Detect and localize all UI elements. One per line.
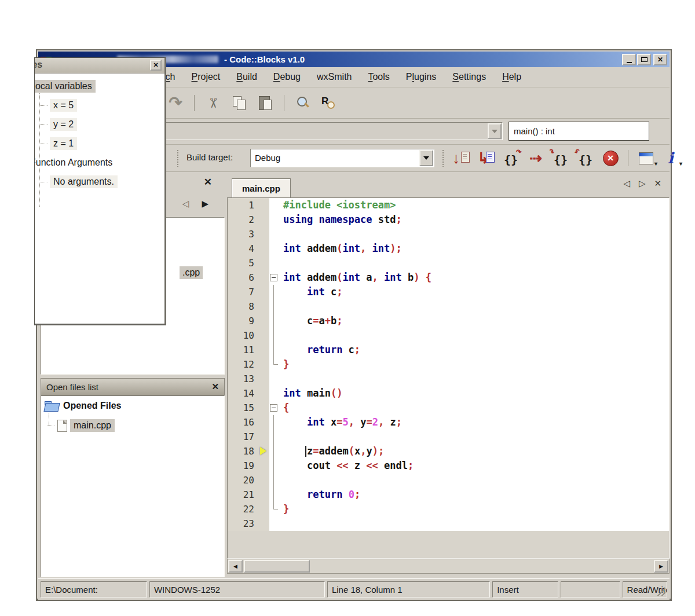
line-number[interactable]: 10	[228, 328, 259, 343]
close-button[interactable]: ✕	[653, 54, 667, 65]
menu-project[interactable]: Project	[191, 72, 220, 82]
open-file-item[interactable]: main.cpp	[47, 419, 115, 432]
code-text: z=addem(x,y);	[279, 444, 669, 459]
watch-item[interactable]: x = 5	[35, 96, 164, 115]
line-number[interactable]: 7	[228, 285, 259, 299]
line-number[interactable]: 6	[228, 270, 259, 285]
fold-margin	[269, 386, 279, 401]
tab-main-cpp[interactable]: main.cpp	[232, 178, 291, 197]
line-number[interactable]: 15	[228, 401, 259, 415]
fold-toggle-icon[interactable]	[269, 270, 279, 285]
find-icon[interactable]	[294, 94, 312, 112]
scroll-right-icon[interactable]: ►	[654, 560, 668, 573]
line-number[interactable]: 1	[228, 198, 259, 212]
replace-icon[interactable]: R	[320, 94, 338, 112]
management-close-icon[interactable]: ✕	[204, 176, 212, 188]
maximize-button[interactable]	[637, 54, 651, 65]
tabs-scroll-right-icon[interactable]: ▷	[639, 178, 646, 189]
line-number[interactable]: 2	[228, 212, 259, 227]
line-number[interactable]: 9	[228, 314, 259, 328]
watch-item[interactable]: y = 2	[35, 115, 164, 134]
watches-title-bar[interactable]: Watches ✕	[35, 58, 164, 74]
scroll-left-icon[interactable]: ◄	[228, 560, 243, 573]
open-files-caption[interactable]: Open files list ✕	[41, 378, 225, 395]
watch-item[interactable]: Function Arguments	[34, 153, 164, 172]
line-number[interactable]: 23	[228, 516, 259, 531]
line-number[interactable]: 14	[228, 386, 259, 401]
open-files-tree[interactable]: Opened Files main.cpp	[41, 395, 225, 577]
copy-icon[interactable]	[230, 94, 248, 112]
watch-item[interactable]: z = 1	[35, 134, 164, 153]
cut-icon[interactable]: ✂	[204, 94, 222, 112]
code-line: 5	[228, 256, 669, 270]
fold-margin	[269, 256, 279, 270]
redo-icon[interactable]: ↷	[166, 94, 185, 112]
line-number[interactable]: 12	[228, 357, 259, 372]
menu-settings[interactable]: Settings	[452, 72, 486, 82]
scope-dropdown-button[interactable]	[488, 123, 502, 139]
horizontal-scrollbar[interactable]: ◄ ►	[227, 559, 670, 574]
toolbar-grip[interactable]	[177, 150, 180, 167]
menu-build[interactable]: Build	[236, 72, 257, 82]
fold-margin	[269, 459, 279, 473]
scrollbar-thumb[interactable]	[244, 560, 310, 573]
watch-item-label: Function Arguments	[34, 156, 116, 169]
marker-margin	[259, 372, 269, 386]
code-text: c=a+b;	[279, 314, 669, 328]
watch-item[interactable]: No arguments.	[35, 172, 164, 191]
toolbar-grip[interactable]	[442, 150, 445, 167]
project-file-item[interactable]: .cpp	[180, 266, 203, 279]
line-number[interactable]: 17	[228, 430, 259, 444]
line-number[interactable]: 8	[228, 299, 259, 314]
menu-wxsmith[interactable]: wxSmith	[317, 72, 352, 82]
minimize-button[interactable]	[622, 54, 636, 65]
debug-step-over-icon[interactable]: ↷{}	[502, 149, 520, 167]
menu-help[interactable]: Help	[502, 72, 521, 82]
code-line: 19 cout << z << endl;	[228, 459, 669, 473]
opened-files-root-item[interactable]: Opened Files	[45, 401, 121, 411]
symbol-combobox[interactable]: main() : int	[509, 122, 649, 141]
code-line: 23	[228, 516, 669, 531]
debug-next-line-icon[interactable]: ↳	[477, 149, 495, 167]
debugging-windows-icon[interactable]: ▾	[637, 149, 655, 167]
code-line: 10	[228, 328, 669, 343]
tabs-scroll-left-icon[interactable]: ◁	[623, 178, 630, 189]
management-tab-scroll-right-icon[interactable]: ▶	[202, 199, 209, 209]
debug-next-instruction-icon[interactable]: ⇢	[526, 149, 545, 167]
line-number[interactable]: 4	[228, 241, 259, 256]
code-editor[interactable]: 1#include <iostream>2using namespace std…	[227, 197, 670, 559]
line-number[interactable]: 20	[228, 473, 259, 487]
paste-icon[interactable]	[256, 94, 275, 112]
debug-run-to-cursor-icon[interactable]: ↓	[452, 149, 470, 167]
build-target-combobox[interactable]: Debug	[250, 149, 434, 167]
line-number[interactable]: 19	[228, 459, 259, 473]
fold-toggle-icon[interactable]	[269, 401, 279, 415]
line-number[interactable]: 21	[228, 487, 259, 502]
code-text: return c;	[279, 343, 669, 357]
menu-debug[interactable]: Debug	[273, 72, 301, 82]
line-number[interactable]: 13	[228, 372, 259, 386]
marker-margin	[259, 415, 269, 430]
status-empty	[561, 581, 620, 597]
line-number[interactable]: 18	[228, 444, 259, 459]
watches-close-icon[interactable]: ✕	[150, 60, 162, 71]
menu-plugins[interactable]: Plugins	[406, 72, 436, 82]
debug-step-out-icon[interactable]: ↶{}	[576, 149, 595, 167]
maximize-icon	[641, 57, 648, 62]
debug-stop-icon[interactable]: ✕	[601, 149, 620, 167]
debug-info-icon[interactable]: i▾	[661, 149, 680, 167]
tabs-close-icon[interactable]: ✕	[654, 178, 661, 189]
line-number[interactable]: 22	[228, 502, 259, 516]
management-tab-scroll-left-icon[interactable]: ◁	[182, 199, 189, 209]
fold-margin	[269, 198, 279, 212]
open-files-close-icon[interactable]: ✕	[211, 382, 219, 392]
watch-item[interactable]: Local variables	[34, 76, 164, 96]
line-number[interactable]: 11	[228, 343, 259, 357]
menu-tools[interactable]: Tools	[368, 72, 389, 82]
line-number[interactable]: 3	[228, 227, 259, 241]
build-target-dropdown-button[interactable]	[419, 150, 433, 166]
line-number[interactable]: 5	[228, 256, 259, 270]
fold-margin	[269, 212, 279, 227]
line-number[interactable]: 16	[228, 415, 259, 430]
debug-step-into-icon[interactable]: ↷{}	[551, 149, 570, 167]
